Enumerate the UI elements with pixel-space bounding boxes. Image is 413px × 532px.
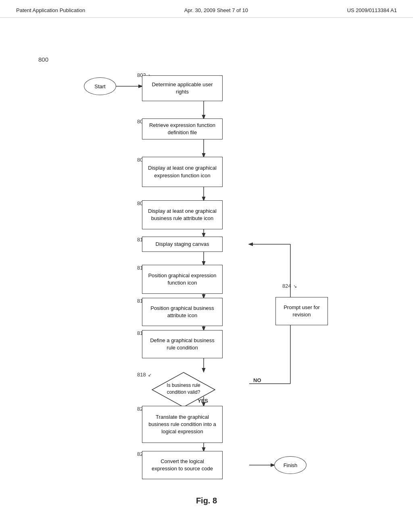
box-822: Convert the logical expression to source…: [142, 451, 223, 479]
header-left: Patent Application Publication: [16, 7, 85, 13]
header-right: US 2009/0113384 A1: [347, 7, 397, 13]
box-804: Retrieve expression function definition …: [142, 118, 223, 139]
diagram-area: 800: [0, 18, 413, 513]
diagram-number: 800: [38, 56, 48, 63]
box-810: Display staging canvas: [142, 237, 223, 252]
box-806: Display at least one graphical expressio…: [142, 157, 223, 187]
page-header: Patent Application Publication Apr. 30, …: [0, 0, 413, 18]
box-802: Determine applicable user rights: [142, 75, 223, 101]
start-oval: Start: [84, 77, 116, 95]
box-814: Position graphical business attribute ic…: [142, 298, 223, 326]
fig-label: Fig. 8: [196, 496, 217, 505]
no-label: NO: [253, 377, 261, 383]
header-center: Apr. 30, 2009 Sheet 7 of 10: [184, 7, 248, 13]
svg-text:condition valid?: condition valid?: [167, 389, 200, 395]
step-824-label: 824 ↘: [282, 283, 297, 289]
step-818-label: 818 ↙: [137, 372, 152, 378]
yes-label: YES: [198, 398, 208, 404]
box-824: Prompt user for revision: [275, 297, 328, 325]
box-820: Translate the graphical business rule co…: [142, 406, 223, 443]
finish-oval: Finish: [274, 456, 307, 474]
box-812: Position graphical expression function i…: [142, 265, 223, 294]
box-816: Define a graphical business rule conditi…: [142, 330, 223, 358]
box-808: Display at least one graphical business …: [142, 200, 223, 229]
svg-text:Is business rule: Is business rule: [167, 382, 200, 388]
